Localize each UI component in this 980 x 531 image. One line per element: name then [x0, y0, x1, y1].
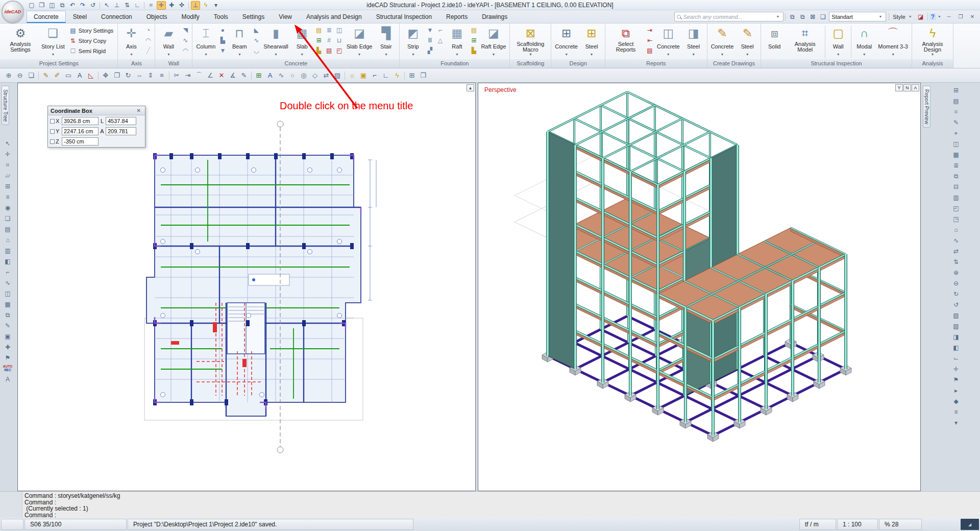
tool-icon[interactable]: ▧: [950, 310, 962, 321]
command-panel[interactable]: Command : storyset/katgenel/ss/kgCommand…: [0, 491, 980, 518]
tool-icon[interactable]: ϟ: [391, 70, 403, 81]
axis-button[interactable]: ✛Axis▼: [119, 25, 143, 59]
tool-icon[interactable]: ↖: [2, 138, 13, 149]
wall-button[interactable]: ▰Wall▼: [157, 25, 180, 59]
menu-tab-connection[interactable]: Connection: [94, 11, 139, 23]
minimize-button[interactable]: ─: [943, 12, 954, 21]
drop-panel-icon[interactable]: ⊔: [335, 36, 344, 45]
coordinate-lock-checkbox[interactable]: [50, 119, 55, 124]
tool-icon[interactable]: ▥: [950, 192, 962, 203]
story-settings-button[interactable]: ▤Story Settings: [68, 26, 115, 36]
tool-icon[interactable]: ◉: [2, 202, 13, 213]
column-button[interactable]: ⌶Column▼: [194, 25, 217, 59]
drawings-steel-button[interactable]: ✎Steel▼: [736, 25, 759, 59]
modal-button[interactable]: ∩Modal▼: [852, 25, 876, 59]
analysis-design-button[interactable]: ϟAnalysis Design▼: [914, 25, 951, 59]
tool-icon[interactable]: ⊞: [2, 181, 13, 191]
tool-icon[interactable]: ▤: [2, 224, 13, 234]
coordinate-value-field[interactable]: 4537.84 cm: [106, 117, 136, 125]
slab-button[interactable]: ▦Slab▼: [290, 25, 314, 59]
waffle-slab-icon[interactable]: #: [325, 36, 334, 45]
status-story-segment[interactable]: S06 35/100: [24, 519, 127, 530]
tool-icon[interactable]: ○: [287, 70, 298, 81]
strip-button[interactable]: ◩Strip▼: [401, 25, 425, 59]
tool-icon[interactable]: A: [2, 374, 13, 384]
restore-button[interactable]: ❐: [955, 12, 966, 21]
menu-tab-objects[interactable]: Objects: [139, 11, 175, 23]
menu-tab-steel[interactable]: Steel: [66, 11, 94, 23]
tool-icon[interactable]: ▨: [950, 321, 962, 331]
search-dropdown-icon[interactable]: ▼: [774, 15, 781, 18]
tool-icon[interactable]: ⌖: [950, 128, 962, 138]
tool-icon[interactable]: ⇕: [145, 70, 156, 81]
tool-icon[interactable]: ≡: [950, 406, 962, 417]
tool-icon[interactable]: ❐: [418, 70, 429, 81]
menu-tab-modify[interactable]: Modify: [174, 11, 206, 23]
tool-icon[interactable]: ⌒: [193, 70, 205, 81]
coordinate-value-field[interactable]: 3926.8 cm: [62, 117, 99, 125]
polygon-column-icon[interactable]: ▙: [218, 36, 227, 45]
report-preview-tab[interactable]: Report Preview: [923, 86, 930, 128]
solid-button[interactable]: ⧈Solid: [763, 25, 786, 59]
slab-panel-icon[interactable]: ▤: [314, 26, 324, 35]
coordinate-box-dialog[interactable]: Coordinate Box ✕ X3926.8 cmL4537.84 cmY2…: [47, 106, 145, 148]
circular-axis-icon[interactable]: ◔: [143, 26, 153, 35]
tool-icon[interactable]: ⊞: [950, 85, 962, 95]
tool-icon[interactable]: ⌂: [2, 234, 13, 245]
status-zoom-segment[interactable]: % 28: [879, 519, 922, 530]
circular-column-icon[interactable]: ●: [218, 26, 227, 35]
coordinate-value-field[interactable]: -350 cm: [62, 137, 99, 146]
slab-opening-icon[interactable]: ◰: [335, 46, 344, 55]
tool-icon[interactable]: ▭: [63, 70, 74, 81]
semi-rigid-checkbox[interactable]: ☐Semi Rigid: [68, 46, 115, 56]
tool-icon[interactable]: ⌗: [2, 159, 13, 170]
menu-tab-reports[interactable]: Reports: [439, 11, 475, 23]
line-axis-icon[interactable]: ╱: [143, 46, 153, 55]
tool-icon[interactable]: ✎: [2, 320, 13, 331]
soil-icon[interactable]: △: [435, 36, 445, 45]
tool-icon[interactable]: ⌐: [369, 70, 380, 81]
tool-icon[interactable]: ▣: [358, 70, 369, 81]
tool-icon[interactable]: ⇄: [321, 70, 332, 81]
tool-icon[interactable]: ◨: [950, 331, 962, 342]
auto-record-button[interactable]: AUTOREC: [2, 363, 13, 374]
add-report-icon[interactable]: ⇥: [645, 26, 654, 35]
tool-icon[interactable]: ✎: [40, 70, 52, 81]
tool-icon[interactable]: ✛: [2, 149, 13, 159]
ribbed-slab-icon[interactable]: ≣: [325, 26, 334, 35]
tool-icon[interactable]: ∿: [950, 235, 962, 246]
inspection-wall-button[interactable]: ▢Wall▼: [826, 25, 850, 59]
tool-icon[interactable]: ⌐: [2, 267, 13, 277]
foundation-corner-icon[interactable]: ⌐: [435, 26, 445, 35]
tool-icon[interactable]: ▱: [2, 170, 13, 181]
menu-tab-view[interactable]: View: [272, 11, 299, 23]
tool-icon[interactable]: ⊞: [406, 70, 418, 81]
update-report-icon[interactable]: ⇤: [645, 36, 654, 45]
analysis-settings-button[interactable]: ⚙Analysis Settings: [2, 25, 39, 59]
raft-span-icon[interactable]: ⊞: [469, 36, 478, 45]
story-copy-button[interactable]: ⇅Story Copy: [68, 36, 115, 46]
two-way-slab-icon[interactable]: ◫: [335, 26, 344, 35]
curved-beam-icon[interactable]: ∿: [252, 36, 261, 45]
tool-icon[interactable]: ✐: [52, 70, 63, 81]
tool-icon[interactable]: ⌗: [950, 106, 962, 117]
layers-manager-icon[interactable]: ⧉: [797, 12, 807, 21]
tool-icon[interactable]: ◫: [950, 138, 962, 149]
tool-icon[interactable]: ⊖: [14, 70, 26, 81]
tapered-column-icon[interactable]: ▼: [218, 46, 227, 55]
arc-beam-icon[interactable]: ◡: [252, 46, 261, 55]
tool-icon[interactable]: ⊕: [3, 70, 14, 81]
tool-icon[interactable]: ⚑: [2, 352, 13, 363]
tool-icon[interactable]: ✕: [216, 70, 227, 81]
menu-tab-settings[interactable]: Settings: [235, 11, 272, 23]
layers-icon[interactable]: ⧉: [787, 12, 797, 21]
tool-icon[interactable]: ∟: [380, 70, 391, 81]
analysis-model-button[interactable]: ⌗Analysis Model: [786, 25, 824, 59]
tool-icon[interactable]: ⊟: [950, 181, 962, 192]
slab-span-icon[interactable]: ⊞: [314, 36, 324, 45]
help-dropdown-icon[interactable]: ▼: [936, 15, 943, 18]
tool-icon[interactable]: ▦: [950, 149, 962, 160]
report-doc-icon[interactable]: ▤: [645, 46, 654, 55]
style-dropdown[interactable]: Style▼: [893, 14, 913, 20]
tool-icon[interactable]: ⇔: [134, 70, 145, 81]
